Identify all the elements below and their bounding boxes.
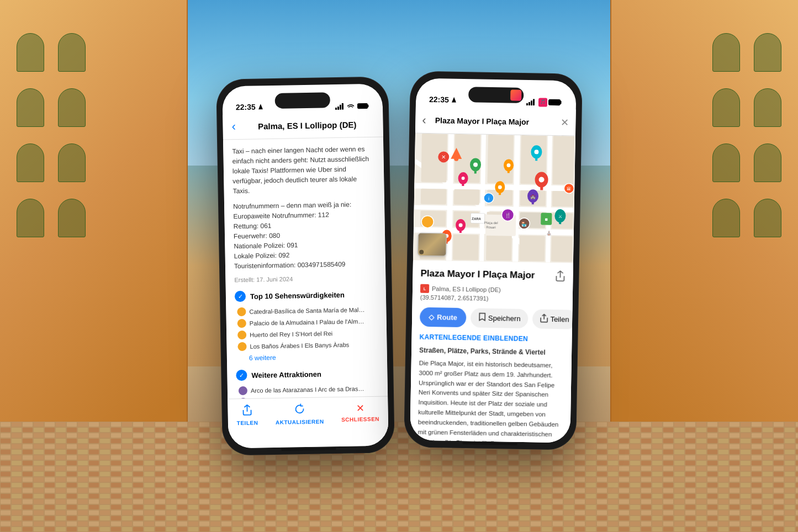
close-icon: ✕ <box>356 402 364 414</box>
phone-1-body: Taxi – nach einer langen Nacht oder wenn… <box>223 137 387 402</box>
check-icon-1: ✓ <box>234 291 245 302</box>
lollipop-icon: L <box>420 284 429 293</box>
svg-rect-68 <box>499 192 501 195</box>
dot-4 <box>237 342 246 351</box>
svg-rect-59 <box>474 170 476 173</box>
svg-rect-83 <box>459 230 461 233</box>
section-2-title: Weitere Attraktionen <box>251 370 321 379</box>
section-label: Straßen, Plätze, Parks, Strände & Vierte… <box>419 347 564 357</box>
share-button[interactable]: TEILEN <box>236 405 258 427</box>
taxi-text: Taxi – nach einer langen Nacht oder wenn… <box>232 144 376 196</box>
save-icon <box>478 313 485 323</box>
dot-2 <box>237 319 246 328</box>
svg-text:⛪: ⛪ <box>546 230 551 236</box>
phone-1-content: ‹ Palma, ES I Lollipop (DE) Taxi – nach … <box>223 113 388 449</box>
svg-rect-14 <box>530 100 532 105</box>
svg-rect-6 <box>335 108 336 110</box>
svg-text:🏰: 🏰 <box>530 194 535 199</box>
svg-rect-65 <box>535 157 537 161</box>
phone-2-status-icons: 🎵 <box>526 98 562 106</box>
place-detail-panel: Plaza Mayor I Plaça Major L Palma, ES I … <box>410 260 573 443</box>
map-area[interactable]: ZARA Plaça del Rosari ✕ <box>413 134 575 263</box>
section-sights: ✓ Top 10 Sehenswürdigkeiten Catedral-Bas… <box>234 289 378 362</box>
close-button[interactable]: ✕ SCHLIESSEN <box>341 402 379 424</box>
phone-2-title: Plaza Mayor I Plaça Major <box>435 116 556 127</box>
save-button[interactable]: Speichern <box>470 308 528 328</box>
legend-link[interactable]: KARTENLEGENDE EINBLENDEN <box>419 333 564 344</box>
svg-text:🏛: 🏛 <box>567 186 571 191</box>
share-icon <box>242 405 252 418</box>
list-text-4: Los Baños Árabes I Els Banys Àrabs <box>250 342 349 350</box>
svg-rect-71 <box>531 201 533 204</box>
phone-2-screen: 22:35 <box>410 78 576 443</box>
place-share-icon[interactable] <box>555 270 565 284</box>
close-label: SCHLIESSEN <box>341 416 379 423</box>
phone-2-close-button[interactable]: ✕ <box>561 116 569 129</box>
map-thumbnail[interactable] <box>418 233 447 257</box>
phone-1-header: ‹ Palma, ES I Lollipop (DE) <box>223 113 383 140</box>
list-item-5: Arco de las Atarazanas I Arc de sa Drass… <box>236 384 378 396</box>
svg-text:Plaça del: Plaça del <box>484 221 498 225</box>
svg-text:✕: ✕ <box>441 154 446 160</box>
svg-text:⚔: ⚔ <box>558 214 562 219</box>
svg-text:🍴: 🍴 <box>504 212 511 219</box>
place-title: Plaza Mayor I Plaça Major <box>420 268 555 281</box>
phone-1-back-button[interactable]: ‹ <box>231 119 236 134</box>
phone-1-home-indicator <box>281 448 336 451</box>
svg-text:🏪: 🏪 <box>521 221 527 227</box>
place-header: Plaza Mayor I Plaça Major <box>420 268 565 285</box>
svg-text:i: i <box>488 196 489 201</box>
check-icon-2: ✓ <box>236 370 247 381</box>
svg-rect-7 <box>337 107 339 110</box>
list-text-1: Catedral-Basílica de Santa María de Mall… <box>249 306 365 315</box>
phone-2-home-indicator <box>462 442 517 445</box>
svg-rect-47 <box>551 236 572 262</box>
dot-1 <box>237 307 246 316</box>
list-item-4: Los Baños Árabes I Els Banys Àrabs <box>235 340 378 352</box>
share-label: TEILEN <box>236 420 258 427</box>
share-icon-2 <box>540 314 548 324</box>
share-button-2[interactable]: Teilen <box>532 309 573 329</box>
refresh-label: AKTUALISIEREN <box>275 418 324 425</box>
section-1-title: Top 10 Sehenswürdigkeiten <box>250 290 344 300</box>
list-item-3: Huerto del Rey I S'Hort del Rei <box>235 328 378 340</box>
svg-text:ZARA: ZARA <box>472 217 481 220</box>
list-text-3: Huerto del Rey I S'Hort del Rei <box>250 330 332 338</box>
route-button[interactable]: ◇ Route <box>419 307 466 327</box>
svg-rect-9 <box>341 103 343 110</box>
phones-container: 22:35 <box>220 78 579 454</box>
place-description: Die Plaça Major, ist ein historisch bede… <box>418 359 564 443</box>
phone-1-dynamic-island <box>274 92 330 109</box>
list-text-5: Arco de las Atarazanas I Arc de sa Drass… <box>250 385 366 394</box>
svg-rect-11 <box>358 104 362 108</box>
svg-rect-36 <box>552 136 574 185</box>
place-subtitle: L Palma, ES I Lollipop (DE) <box>420 284 564 296</box>
phone-2-content: ‹ Plaza Mayor I Plaça Major ✕ <box>410 107 575 443</box>
svg-rect-17 <box>549 100 554 104</box>
svg-point-77 <box>421 216 434 228</box>
phone-1-screen: 22:35 <box>222 84 388 449</box>
svg-rect-8 <box>339 105 341 110</box>
phone-2-dynamic-island <box>468 87 523 103</box>
phone-1-status-icons <box>335 103 369 110</box>
svg-text:Rosari: Rosari <box>486 226 495 229</box>
phone-2-back-button[interactable]: ‹ <box>422 113 426 127</box>
route-icon: ◇ <box>429 313 434 321</box>
phone-2-header: ‹ Plaza Mayor I Plaça Major ✕ <box>415 107 576 136</box>
phone-2-time: 22:35 <box>429 95 456 104</box>
notruf-text: Notrufnummern – denn man weiß ja nie: Eu… <box>232 199 376 271</box>
refresh-button[interactable]: AKTUALISIEREN <box>275 403 324 425</box>
place-coordinates: (39.5714087, 2.6517391) <box>420 294 564 304</box>
list-text-2: Palacio de la Almudaina I Palau de l'Alm… <box>249 318 365 327</box>
more-link-1[interactable]: 6 weitere <box>249 352 378 362</box>
svg-rect-13 <box>528 102 530 105</box>
list-item-2: Palacio de la Almudaina I Palau de l'Alm… <box>235 317 377 328</box>
phone-1-title: Palma, ES I Lollipop (DE) <box>240 119 374 131</box>
svg-rect-95 <box>507 170 509 173</box>
save-label: Speichern <box>488 314 520 323</box>
created-text: Erstellt: 17. Juni 2024 <box>234 274 377 284</box>
svg-rect-46 <box>519 236 545 262</box>
svg-rect-15 <box>532 99 534 105</box>
place-source: Palma, ES I Lollipop (DE) <box>431 285 500 293</box>
svg-rect-88 <box>559 221 561 224</box>
